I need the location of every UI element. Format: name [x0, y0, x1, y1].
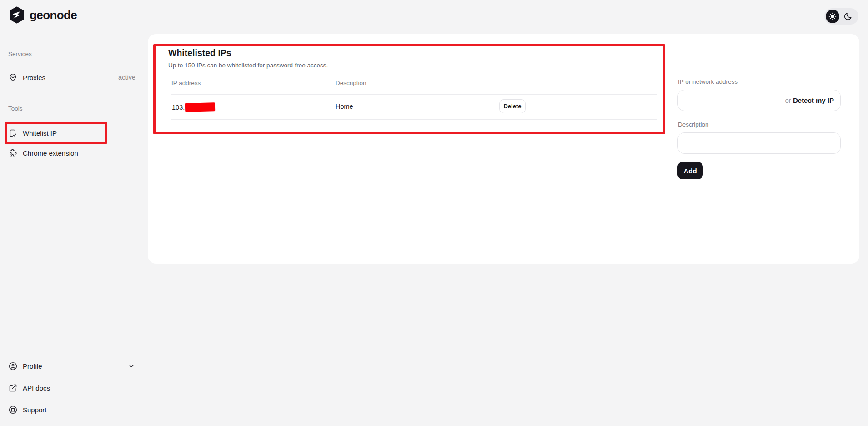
- ip-address-input[interactable]: [678, 90, 785, 111]
- description-cell: Home: [336, 103, 353, 110]
- page-subtitle: Up to 150 IPs can be whitelisted for pas…: [168, 62, 328, 69]
- ip-address-field-wrap: or Detect my IP: [677, 90, 841, 111]
- column-header-ip: IP address: [171, 80, 201, 86]
- light-mode-button[interactable]: [826, 10, 839, 23]
- description-input[interactable]: [678, 133, 840, 153]
- location-pin-icon: [8, 73, 18, 82]
- whitelist-check-icon: [8, 128, 18, 138]
- sidebar-section-services: Services: [8, 51, 32, 57]
- support-lifebuoy-icon: [8, 405, 18, 415]
- external-link-icon: [8, 383, 18, 393]
- whitelisted-ips-card: Whitelisted IPs Up to 150 IPs can be whi…: [148, 34, 859, 264]
- sun-icon: [828, 12, 837, 20]
- sidebar-item-label: Profile: [23, 362, 42, 370]
- dark-mode-button[interactable]: [841, 10, 855, 23]
- sidebar-item-proxies[interactable]: Proxies active: [0, 68, 142, 86]
- ip-cell: 103.: [172, 103, 215, 112]
- sidebar-item-api-docs[interactable]: API docs: [0, 379, 142, 397]
- brand-name: geonode: [30, 8, 77, 22]
- sidebar-item-label: API docs: [23, 384, 50, 392]
- sidebar-section-tools: Tools: [8, 105, 23, 112]
- profile-icon: [8, 361, 18, 371]
- detect-link-label: Detect my IP: [793, 96, 834, 104]
- theme-toggle[interactable]: [824, 8, 858, 25]
- moon-icon: [843, 12, 853, 21]
- sidebar-item-label: Chrome extension: [23, 149, 78, 157]
- redacted-ip: [185, 102, 215, 112]
- sidebar-item-profile[interactable]: Profile: [0, 357, 142, 375]
- proxies-status-badge: active: [118, 74, 135, 81]
- detect-my-ip-link[interactable]: or Detect my IP: [785, 96, 840, 104]
- page-title: Whitelisted IPs: [168, 48, 231, 58]
- sidebar-item-support[interactable]: Support: [0, 401, 142, 419]
- geonode-logo[interactable]: geonode: [8, 6, 77, 24]
- puzzle-icon: [8, 148, 18, 158]
- sidebar-item-chrome-extension[interactable]: Chrome extension: [0, 144, 142, 162]
- geonode-logo-icon: [8, 6, 25, 24]
- sidebar: Services Proxies active Tools Whitelist …: [0, 27, 142, 426]
- column-header-description: Description: [336, 80, 366, 86]
- description-field-wrap: [677, 132, 841, 154]
- sidebar-item-whitelist-ip[interactable]: Whitelist IP: [0, 124, 142, 142]
- sidebar-item-label: Support: [23, 406, 47, 414]
- sidebar-item-label: Whitelist IP: [23, 129, 57, 137]
- add-button[interactable]: Add: [677, 162, 703, 179]
- table-divider: [171, 119, 657, 120]
- description-label: Description: [678, 121, 709, 128]
- chevron-down-icon: [127, 362, 135, 370]
- detect-prefix: or: [785, 96, 793, 104]
- table-divider: [171, 94, 657, 95]
- delete-button[interactable]: Delete: [499, 99, 526, 113]
- ip-address-label: IP or network address: [678, 78, 738, 85]
- ip-value: 103.: [172, 104, 185, 111]
- sidebar-item-label: Proxies: [23, 74, 45, 81]
